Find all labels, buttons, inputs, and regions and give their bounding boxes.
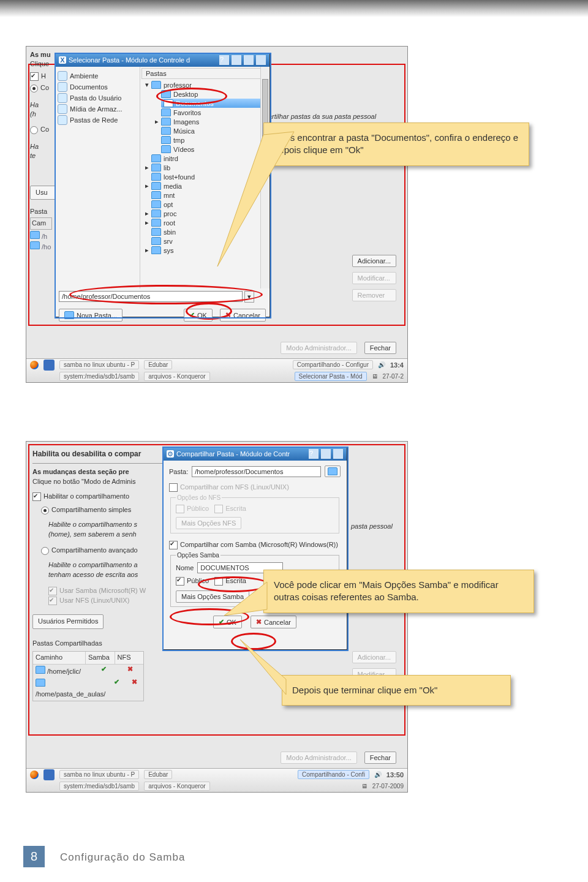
bg-peek-left: As mu Clique H Co Ha (h Co Ha te Usu Pas… — [30, 50, 55, 252]
callout-2-pointer — [224, 576, 304, 625]
close-button[interactable]: Fechar — [364, 752, 396, 764]
task-item[interactable]: arquivos - Konqueror — [144, 782, 209, 791]
admin-mode-button: Modo Administrador... — [281, 752, 356, 764]
side-buttons-1: Adicionar... Modificar... Remover — [352, 255, 396, 301]
tree-header: Pastas — [141, 68, 268, 79]
browse-button[interactable] — [325, 466, 341, 477]
maximize-icon[interactable] — [244, 55, 254, 65]
date: 27-07-2009 — [372, 783, 404, 790]
pasta-input[interactable]: /home/professor/Documentos — [192, 466, 321, 477]
dialog-titlebar-2: ⚙ Compartilhar Pasta - Módulo de Contr ? — [163, 447, 347, 461]
place-documentos[interactable]: Documentos — [58, 81, 137, 92]
new-folder-button[interactable]: Nova Pasta... — [59, 309, 123, 322]
users-btn-peek[interactable]: Usu — [30, 186, 56, 200]
dialog-titlebar-1: X Selecionar Pasta - Módulo de Controle … — [55, 53, 270, 67]
task-item[interactable]: samba no linux ubuntu - P — [59, 770, 139, 779]
pasta-label: Pasta: — [169, 468, 188, 475]
screenshot-2: Habilita ou desabilita o compar As mudan… — [26, 441, 408, 793]
admin-mode-button: Modo Administrador... — [281, 342, 356, 354]
clock: 13:50 — [386, 771, 404, 778]
svg-marker-1 — [224, 582, 267, 616]
add-button: Adicionar... — [352, 651, 396, 663]
task-item-active[interactable]: Selecionar Pasta - Mód — [295, 372, 367, 381]
date: 27-07-2 — [383, 373, 404, 380]
bg-right-hint: pasta pessoal — [351, 522, 393, 530]
display-icon[interactable]: 🖥 — [361, 783, 368, 790]
callout-2: Você pode clicar em "Mais Opções Samba" … — [263, 570, 534, 613]
place-media[interactable]: Mídia de Armaz... — [58, 104, 137, 115]
remove-button: Remover — [352, 289, 396, 301]
place-network[interactable]: Pastas de Rede — [58, 115, 137, 126]
volume-icon[interactable]: 🔊 — [374, 771, 382, 778]
kmenu-icon[interactable] — [43, 360, 55, 371]
task-item[interactable]: samba no linux ubuntu - P — [59, 360, 139, 369]
taskbar-1: samba no linux ubuntu - P Edubar Compart… — [26, 358, 407, 382]
task-item[interactable]: Compartilhando - Configur — [293, 360, 373, 369]
task-item[interactable]: arquivos - Konqueror — [144, 372, 209, 381]
highlight-oval-documentos — [156, 88, 227, 105]
minimize-icon[interactable] — [321, 449, 331, 459]
svg-marker-0 — [217, 132, 294, 266]
callout-1: Após encontrar a pasta "Documentos", con… — [263, 123, 529, 166]
task-item[interactable]: Edubar — [144, 770, 172, 779]
highlight-oval-ok — [186, 303, 232, 320]
display-icon[interactable]: 🖥 — [372, 373, 378, 380]
dialog-title-text-2: Compartilhar Pasta - Módulo de Contr — [176, 450, 290, 458]
place-user-folder[interactable]: Pasta do Usuário — [58, 92, 137, 104]
page-number: 8 — [23, 846, 45, 867]
places-panel: Ambiente Documentos Pasta do Usuário Míd… — [55, 67, 140, 288]
task-item[interactable]: system:/media/sdb1/samb — [59, 782, 139, 791]
firefox-icon[interactable] — [30, 771, 39, 779]
callout-1-pointer — [196, 110, 300, 276]
taskbar-2: samba no linux ubuntu - P Edubar Compart… — [26, 768, 407, 792]
callout-3-pointer — [240, 639, 320, 695]
allowed-users-button[interactable]: Usuários Permitidos — [32, 614, 104, 629]
minimize-icon[interactable] — [232, 55, 241, 65]
dialog-buttons: Nova Pasta... ✔OK ✖Cancelar — [55, 305, 270, 325]
dialog-title-text: Selecionar Pasta - Módulo de Controle d — [69, 56, 190, 64]
clock: 13:4 — [390, 361, 404, 369]
task-item[interactable]: Edubar — [144, 360, 172, 369]
modify-button: Modificar... — [352, 272, 396, 284]
help-icon[interactable]: ? — [309, 449, 318, 459]
more-nfs-button: Mais Opções NFS — [176, 517, 241, 529]
bg-left-panel: Habilita ou desabilita o compar As mudan… — [32, 449, 162, 701]
add-button[interactable]: Adicionar... — [352, 255, 396, 267]
task-item[interactable]: system:/media/sdb1/samb — [59, 372, 139, 381]
close-button[interactable]: Fechar — [364, 342, 396, 354]
bg-bottom-buttons-2: Modo Administrador... Fechar — [281, 752, 396, 764]
table-row[interactable]: /home/jclic/ ✔ ✖ — [33, 665, 143, 678]
table-row[interactable]: /home/pasta_de_aulas/ ✔ ✖ — [33, 677, 143, 701]
task-item-active[interactable]: Compartilhando - Confi — [298, 770, 369, 779]
place-ambiente[interactable]: Ambiente — [58, 70, 137, 81]
close-icon[interactable] — [333, 449, 343, 459]
firefox-icon[interactable] — [30, 361, 39, 369]
kmenu-icon[interactable] — [43, 769, 55, 780]
page-footer-title: Configuração do Samba — [60, 851, 185, 864]
svg-marker-2 — [240, 639, 286, 695]
close-icon[interactable] — [256, 55, 266, 65]
help-icon[interactable]: ? — [219, 55, 229, 65]
bg-bottom-buttons-1: Modo Administrador... Fechar — [281, 342, 396, 354]
highlight-oval-path — [69, 285, 263, 304]
volume-icon[interactable]: 🔊 — [378, 361, 385, 368]
